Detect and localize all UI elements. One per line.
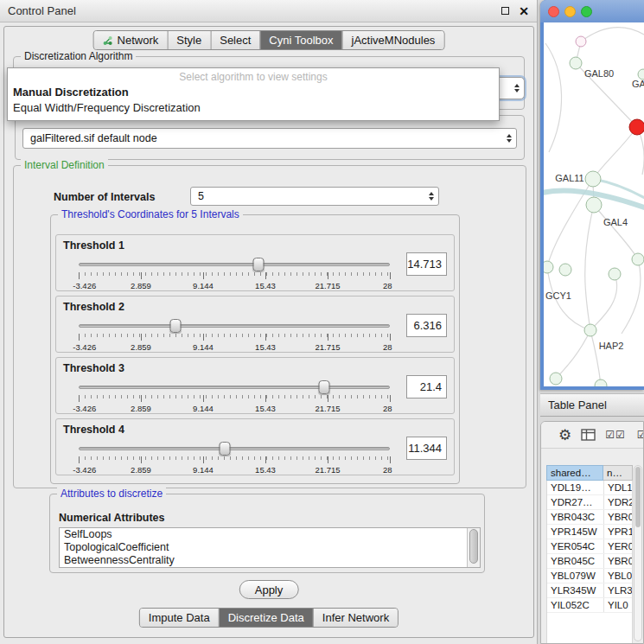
table-cell-name: YPR1 (604, 526, 632, 537)
scale-label: 21.715 (315, 465, 340, 475)
table-row[interactable]: YBL079WYBL0 (547, 569, 632, 583)
combo-stepper-icon[interactable] (509, 84, 520, 92)
network-node[interactable] (595, 379, 607, 386)
scale-label: 9.144 (193, 342, 214, 352)
tab-infer-network[interactable]: Infer Network (313, 609, 398, 627)
table-row[interactable]: YER054CYER0 (547, 539, 632, 554)
tab-style[interactable]: Style (167, 31, 210, 49)
list-item[interactable]: TopologicalCoefficient (60, 541, 480, 554)
table-row[interactable]: YLR345WYLR3 (547, 583, 632, 598)
tab-cyni-toolbox[interactable]: Cyni Toolbox (259, 31, 341, 49)
network-node[interactable] (585, 171, 601, 187)
table-cell-shared-name: YER054C (547, 539, 604, 553)
slider-track[interactable] (79, 447, 390, 450)
dropdown-item-equal-width-frequency[interactable]: Equal Width/Frequency Discretization (8, 100, 499, 116)
slider-thumb[interactable] (220, 442, 231, 456)
node-label: GCY1 (545, 290, 571, 301)
network-node[interactable] (544, 261, 553, 273)
list-item[interactable]: BetweennessCentrality (60, 554, 480, 567)
scrollbar-thumb[interactable] (469, 529, 478, 564)
attributes-group: Attributes to discretize Numerical Attri… (49, 494, 485, 573)
list-item[interactable]: SelfLoops (60, 528, 480, 541)
network-node[interactable] (609, 268, 621, 280)
control-panel-titlebar: Control Panel ✕ (0, 0, 537, 22)
table-cell-shared-name: YLR345W (547, 583, 604, 597)
number-of-intervals-label: Number of Intervals (54, 191, 155, 203)
threshold-value-field[interactable]: 6.316 (406, 314, 447, 337)
network-node[interactable] (576, 36, 586, 47)
table-row[interactable]: YDR27…YDR2 (547, 495, 632, 510)
network-node[interactable] (632, 253, 644, 265)
slider-thumb[interactable] (169, 319, 181, 333)
selected-node[interactable] (629, 119, 644, 135)
table-row[interactable]: YBR043CYBR0 (547, 510, 632, 525)
mac-minimize-button[interactable] (564, 6, 576, 17)
scrollbar-thumb[interactable] (635, 467, 641, 527)
threshold-value-field[interactable]: 21.4 (406, 375, 447, 399)
network-node[interactable] (550, 373, 562, 385)
threshold-row: Threshold 3-3.4262.8599.14415.4321.71528… (55, 357, 455, 414)
network-icon (103, 35, 113, 46)
network-canvas[interactable]: GAL80GAGAL11GAL4GCY1HAP2 (544, 22, 644, 386)
table-columns-icon[interactable] (581, 429, 596, 441)
mac-zoom-button[interactable] (581, 6, 592, 17)
table-data-combobox[interactable]: galFiltered.sif default node (22, 128, 517, 149)
attributes-scrollbar[interactable] (467, 528, 480, 567)
threshold-value-field[interactable]: 11.344 (406, 437, 447, 460)
table-panel-header[interactable]: Table Panel (540, 393, 644, 417)
dropdown-placeholder: Select algorithm to view settings (8, 68, 499, 85)
scale-label: -3.426 (73, 342, 96, 352)
select-all-checkboxes-icon[interactable]: ☑☑ (605, 429, 626, 441)
column-header-shared[interactable]: shared… (546, 465, 603, 481)
column-header-name[interactable]: n… (603, 465, 633, 481)
tab-jactivemnodules[interactable]: jActiveMNodules (342, 31, 444, 49)
scale-label: 9.144 (193, 465, 214, 475)
slider-track[interactable] (79, 386, 390, 389)
table-row[interactable]: YPR145WYPR1 (547, 525, 632, 539)
combo-stepper-icon[interactable] (424, 192, 434, 201)
table-panel-title: Table Panel (548, 399, 607, 411)
network-node[interactable] (584, 324, 596, 336)
scale-label: 2.859 (131, 342, 151, 352)
close-icon[interactable]: ✕ (519, 5, 529, 17)
table-row[interactable]: YDL19…YDL1 (547, 481, 632, 495)
table-row[interactable]: YIL052CYIL0 (547, 598, 632, 613)
tab-label: jActiveMNodules (352, 34, 436, 47)
table-cell-shared-name: YDL19… (547, 481, 604, 494)
slider-thumb[interactable] (319, 380, 330, 394)
slider-thumb[interactable] (252, 258, 264, 271)
dropdown-item-manual-discretization[interactable]: Manual Discretization (8, 85, 499, 100)
tick-marks (79, 272, 390, 276)
mac-close-button[interactable] (548, 6, 559, 17)
tab-impute-data[interactable]: Impute Data (140, 609, 219, 627)
float-window-icon[interactable] (501, 7, 509, 15)
number-of-intervals-combobox[interactable]: 5 (190, 187, 439, 206)
network-node[interactable] (570, 57, 582, 69)
number-of-intervals-value: 5 (198, 190, 204, 202)
table-cell-name: YER0 (604, 541, 632, 552)
table-cell-shared-name: YBR045C (547, 554, 604, 568)
threshold-value-field[interactable]: 14.713 (406, 252, 447, 276)
scale-label: 28 (383, 281, 392, 290)
network-node[interactable] (559, 264, 571, 276)
table-scrollbar[interactable] (634, 465, 642, 641)
table-row[interactable]: YBR045CYBR0 (547, 554, 632, 569)
slider: -3.4262.8599.14415.4321.71528 (79, 379, 390, 413)
apply-button[interactable]: Apply (239, 580, 299, 599)
tab-select[interactable]: Select (210, 31, 259, 49)
gear-icon[interactable]: ⚙ (558, 428, 571, 443)
scale-label: 9.144 (193, 281, 214, 290)
combo-stepper-icon[interactable] (501, 134, 512, 143)
checkbox-icon[interactable]: ☑ (637, 429, 644, 441)
tab-network[interactable]: Network (94, 31, 168, 49)
scale-label: 15.43 (255, 404, 276, 413)
tab-discretize-data[interactable]: Discretize Data (219, 609, 313, 627)
bottom-tab-bar: Impute DataDiscretize DataInfer Network (139, 608, 399, 628)
table-cell-shared-name: YDR27… (547, 495, 604, 509)
network-node[interactable] (586, 197, 602, 213)
slider-scale: -3.4262.8599.14415.4321.71528 (79, 465, 390, 475)
table-cell-name: YBL0 (604, 571, 632, 581)
slider-track[interactable] (79, 324, 390, 328)
threshold-row: Threshold 1-3.4262.8599.14415.4321.71528… (55, 234, 455, 291)
slider-track[interactable] (79, 263, 390, 266)
